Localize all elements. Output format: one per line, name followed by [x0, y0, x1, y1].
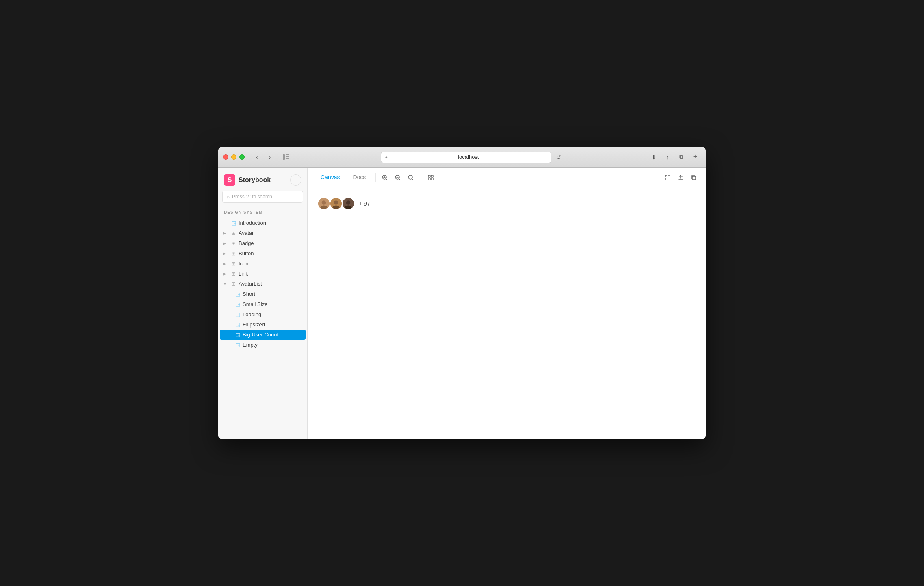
sidebar-subitem-small-size[interactable]: ◳ Small Size — [220, 299, 306, 309]
sidebar-item-label: Avatar — [239, 230, 254, 236]
sidebar-subitem-label: Small Size — [243, 301, 267, 307]
maximize-button[interactable] — [239, 154, 245, 160]
sidebar-subitem-big-user-count[interactable]: ◳ Big User Count — [220, 330, 306, 340]
bookmark-icon: ◳ — [234, 332, 241, 338]
chevron-right-icon: ▶ — [223, 252, 229, 256]
avatar-count-label: + 97 — [359, 200, 370, 207]
grid-icon: ⊞ — [230, 281, 237, 287]
svg-point-22 — [334, 200, 338, 205]
sidebar-item-label: AvatarList — [239, 281, 262, 287]
sidebar-item-icon[interactable]: ▶ ⊞ Icon — [220, 258, 306, 269]
sidebar-item-avatarlist[interactable]: ▼ ⊞ AvatarList — [220, 279, 306, 289]
chevron-right-icon: ▶ — [223, 241, 229, 245]
logo-area: S Storybook — [224, 174, 271, 186]
address-bar[interactable]: ● localhost — [381, 152, 551, 163]
svg-line-5 — [386, 179, 387, 180]
toolbar-divider-2 — [420, 173, 420, 182]
chevron-right-icon: ▶ — [223, 272, 229, 276]
avatar-2 — [330, 197, 343, 210]
title-bar: ‹ › ● localhost ↺ ⬇ ↑ ⧉ + — [218, 147, 706, 168]
sidebar-subitem-loading[interactable]: ◳ Loading — [220, 309, 306, 319]
new-window-button[interactable]: ⧉ — [676, 152, 687, 163]
reload-button[interactable]: ↺ — [555, 153, 563, 161]
add-tab-button[interactable]: + — [690, 152, 701, 163]
avatar-list-demo: + 97 — [317, 197, 696, 210]
svg-rect-16 — [431, 178, 433, 180]
grid-icon: ⊞ — [230, 241, 237, 246]
grid-view-button[interactable] — [425, 172, 436, 183]
main-content: S Storybook ··· ⌕ Press "/" to search...… — [218, 168, 706, 439]
grid-icon: ⊞ — [230, 251, 237, 256]
toolbar-right: ⬇ ↑ ⧉ + — [648, 152, 701, 163]
minimize-button[interactable] — [231, 154, 236, 160]
grid-icon: ⊞ — [230, 261, 237, 267]
bookmark-icon: ◳ — [234, 342, 241, 348]
sidebar-subitem-ellipsized[interactable]: ◳ Ellipsized — [220, 319, 306, 330]
sidebar-item-avatar[interactable]: ▶ ⊞ Avatar — [220, 228, 306, 238]
bookmark-icon: ◳ — [230, 220, 237, 226]
chevron-right-icon: ▶ — [223, 262, 229, 266]
bookmark-icon: ◳ — [234, 291, 241, 297]
browser-window: ‹ › ● localhost ↺ ⬇ ↑ ⧉ + — [218, 147, 706, 439]
sidebar-subitem-empty[interactable]: ◳ Empty — [220, 340, 306, 350]
zoom-out-button[interactable] — [392, 172, 403, 183]
grid-icon: ⊞ — [230, 271, 237, 277]
share-button[interactable]: ↑ — [662, 152, 673, 163]
tab-canvas[interactable]: Canvas — [314, 168, 346, 187]
zoom-controls — [379, 172, 416, 183]
sidebar-item-label: Button — [239, 250, 254, 256]
svg-point-25 — [346, 200, 351, 205]
canvas-area: Canvas Docs — [308, 168, 706, 439]
section-label: DESIGN SYSTEM — [218, 208, 307, 218]
chevron-placeholder — [223, 221, 229, 225]
share-canvas-button[interactable] — [675, 172, 686, 183]
nav-buttons: ‹ › — [251, 152, 275, 163]
storybook-logo-icon: S — [224, 174, 235, 186]
sidebar-item-button[interactable]: ▶ ⊞ Button — [220, 248, 306, 258]
address-bar-container: ● localhost ↺ — [298, 152, 645, 163]
tab-docs[interactable]: Docs — [346, 168, 372, 187]
svg-rect-15 — [428, 178, 430, 180]
svg-rect-0 — [283, 154, 285, 160]
sidebar-subitem-label: Ellipsized — [243, 321, 265, 328]
forward-button[interactable]: › — [264, 152, 275, 163]
canvas-toolbar: Canvas Docs — [308, 168, 706, 187]
chevron-right-icon: ▶ — [223, 231, 229, 235]
search-icon: ⌕ — [227, 194, 230, 200]
svg-rect-17 — [692, 176, 696, 180]
sidebar-header: S Storybook ··· — [218, 168, 307, 191]
canvas-actions — [662, 172, 699, 183]
grid-icon: ⊞ — [230, 230, 237, 236]
svg-rect-2 — [286, 156, 289, 157]
bookmark-icon: ◳ — [234, 302, 241, 307]
bookmark-icon: ◳ — [234, 322, 241, 328]
sidebar-toggle-button[interactable] — [280, 152, 292, 163]
sidebar-item-badge[interactable]: ▶ ⊞ Badge — [220, 238, 306, 248]
back-button[interactable]: ‹ — [251, 152, 262, 163]
zoom-reset-button[interactable] — [405, 172, 416, 183]
sidebar-subitem-label: Big User Count — [243, 332, 278, 338]
svg-line-9 — [399, 179, 400, 180]
chevron-down-icon: ▼ — [223, 282, 229, 286]
copy-canvas-button[interactable] — [688, 172, 699, 183]
svg-rect-14 — [431, 175, 433, 177]
canvas-preview: + 97 — [308, 187, 706, 439]
svg-line-12 — [412, 179, 413, 180]
svg-rect-3 — [286, 158, 289, 159]
download-button[interactable]: ⬇ — [648, 152, 659, 163]
search-placeholder: Press "/" to search... — [232, 194, 276, 200]
avatar-3 — [342, 197, 355, 210]
close-button[interactable] — [223, 154, 228, 160]
sidebar-item-label: Badge — [239, 240, 254, 246]
zoom-in-button[interactable] — [379, 172, 390, 183]
sidebar-item-label: Link — [239, 271, 248, 277]
sidebar-item-introduction[interactable]: ◳ Introduction — [220, 218, 306, 228]
sidebar-item-label: Introduction — [239, 220, 266, 226]
svg-rect-1 — [286, 154, 289, 155]
more-options-button[interactable]: ··· — [290, 174, 301, 186]
sidebar-item-link[interactable]: ▶ ⊞ Link — [220, 269, 306, 279]
sidebar-subitem-short[interactable]: ◳ Short — [220, 289, 306, 299]
address-text: localhost — [390, 154, 547, 160]
search-bar[interactable]: ⌕ Press "/" to search... — [222, 191, 303, 203]
fullscreen-button[interactable] — [662, 172, 673, 183]
